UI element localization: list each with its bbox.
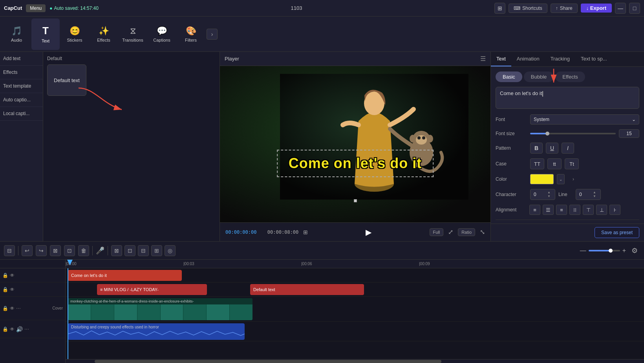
lock-icon-1[interactable]: 🔒	[2, 273, 8, 278]
font-select[interactable]: System ⌄	[530, 114, 639, 125]
bold-button[interactable]: B	[530, 143, 543, 154]
align-center-button[interactable]: ☰	[543, 205, 554, 215]
toolbar-more-button[interactable]: ›	[207, 29, 218, 40]
font-size-slider-thumb[interactable]	[545, 132, 549, 136]
split-right-btn[interactable]: ⊡	[64, 245, 75, 256]
case-title-button[interactable]: Tt	[565, 158, 579, 169]
lock-icon-3[interactable]: 🔒	[2, 306, 8, 311]
align-left-button[interactable]: ≡	[529, 205, 540, 215]
timeline-action-3[interactable]: ⊟	[138, 245, 149, 256]
color-swatch[interactable]	[530, 174, 554, 184]
align-right-button[interactable]: ≡	[556, 205, 567, 215]
expand-icon[interactable]: ⤡	[480, 228, 485, 236]
eye-icon-4[interactable]: 👁	[10, 326, 15, 332]
toolbar-audio[interactable]: 🎵 Audio	[2, 18, 31, 50]
style-tab-basic[interactable]: Basic	[496, 72, 522, 82]
share-button[interactable]: ↑ Share	[551, 4, 578, 13]
toolbar-stickers[interactable]: 😊 Stickers	[60, 18, 89, 50]
tab-text-to-speech[interactable]: Text to sp...	[575, 52, 612, 66]
sidebar-item-effects[interactable]: Effects	[0, 66, 43, 79]
line-input[interactable]: 0 ▲ ▼	[576, 189, 601, 200]
shortcuts-button[interactable]: ⌨ Shortcuts	[509, 4, 547, 13]
font-size-slider[interactable]	[530, 133, 616, 134]
play-button[interactable]: ▶	[362, 225, 376, 239]
timeline-action-1[interactable]: ⊠	[111, 245, 122, 256]
case-lower-button[interactable]: tt	[547, 158, 562, 169]
italic-button[interactable]: I	[562, 143, 574, 154]
zoom-out-btn[interactable]: —	[580, 247, 586, 254]
line-decrement[interactable]: ▼	[592, 194, 597, 198]
timeline-action-4[interactable]: ⊞	[151, 245, 162, 256]
character-stepper[interactable]: ▲ ▼	[546, 191, 552, 198]
timeline-action-2[interactable]: ⊡	[124, 245, 135, 256]
character-input[interactable]: 0 ▲ ▼	[530, 189, 555, 200]
toolbar-captions[interactable]: 💬 Captions	[148, 18, 176, 50]
case-tt-button[interactable]: TT	[530, 158, 544, 169]
color-right-arrow[interactable]: ›	[568, 174, 579, 184]
delete-btn[interactable]: 🗑	[78, 245, 89, 256]
track-more-4[interactable]: ⋯	[24, 326, 29, 332]
underline-button[interactable]: U	[546, 143, 558, 154]
character-increment[interactable]: ▲	[546, 191, 552, 194]
zoom-slider-thumb[interactable]	[609, 249, 613, 253]
tab-tracking[interactable]: Tracking	[545, 52, 575, 66]
video-clip[interactable]: monkey-clutching-at-the-hem-of-a-womans-…	[68, 298, 252, 320]
timeline-action-5[interactable]: ◎	[165, 245, 176, 256]
ratio-button[interactable]: Ratio	[458, 228, 475, 236]
minimize-button[interactable]: —	[615, 3, 626, 14]
fullscreen-icon[interactable]: ⤢	[448, 228, 453, 236]
audio-volume-icon[interactable]: 🔊	[16, 326, 23, 332]
sidebar-item-auto-caption[interactable]: Auto captio...	[0, 93, 43, 107]
eye-icon-1[interactable]: 👁	[10, 273, 15, 278]
sidebar-item-local-caption[interactable]: Local capti...	[0, 107, 43, 121]
timeline-scrollbar[interactable]	[66, 359, 644, 363]
save-preset-button[interactable]: Save as preset	[595, 227, 639, 238]
line-increment[interactable]: ▲	[592, 191, 597, 194]
maximize-button[interactable]: □	[629, 3, 640, 14]
toolbar-transitions[interactable]: ⧖ Transitions	[119, 18, 147, 50]
clip-default-text[interactable]: Default text	[250, 284, 364, 295]
handle-br[interactable]	[354, 199, 357, 202]
toolbar-effects[interactable]: ✨ Effects	[90, 18, 118, 50]
line-stepper[interactable]: ▲ ▼	[592, 191, 597, 198]
zoom-in-btn[interactable]: +	[622, 247, 626, 254]
align-middle-button[interactable]: ⊥	[596, 205, 607, 215]
audio-clip[interactable]: Disturbing and creepy sound effects used…	[68, 323, 245, 340]
font-size-value[interactable]: 15	[619, 129, 639, 138]
clip-text-1[interactable]: Come on let's do it	[68, 270, 182, 281]
split-clip-btn[interactable]: ⊠	[50, 245, 61, 256]
grid-icon[interactable]: ⊞	[303, 229, 308, 235]
menu-button[interactable]: Menu	[26, 4, 46, 12]
grid-view-button[interactable]: ⊞	[494, 3, 505, 14]
zoom-slider[interactable]	[589, 250, 620, 251]
clip-subtitle-1[interactable]: ≡ MINI VLOG / -LAZY TODAY-	[97, 284, 207, 295]
toolbar-filters[interactable]: 🎨 Filters	[177, 18, 205, 50]
export-button[interactable]: ↓ Export	[581, 4, 612, 13]
full-button[interactable]: Full	[430, 228, 444, 236]
align-distributed-button[interactable]: ⁞⁞	[569, 205, 580, 215]
eye-icon-3[interactable]: 👁	[10, 306, 15, 311]
player-text-overlay[interactable]: Come on let's do it	[277, 150, 434, 177]
align-top-button[interactable]: ⊤	[583, 205, 594, 215]
character-decrement[interactable]: ▼	[546, 194, 552, 198]
timeline-settings-btn[interactable]: ⚙	[629, 245, 640, 256]
toolbar-text[interactable]: T Text	[31, 18, 60, 50]
sidebar-item-text-template[interactable]: Text template	[0, 79, 43, 93]
tab-animation[interactable]: Animation	[511, 52, 545, 66]
align-bottom-button[interactable]: ⊦	[609, 205, 620, 215]
sidebar-item-add-text[interactable]: Add text	[0, 52, 43, 66]
tab-text[interactable]: Text	[491, 52, 511, 66]
split-btn[interactable]: ⊟	[4, 245, 15, 256]
color-dropdown-btn[interactable]: ⌄	[557, 174, 565, 184]
player-menu-icon[interactable]: ☰	[480, 55, 486, 62]
mic-icon[interactable]: 🎤	[96, 246, 104, 255]
scrollbar-thumb[interactable]	[95, 360, 442, 363]
default-text-card[interactable]: Default text	[47, 64, 86, 96]
undo-button[interactable]: ↩	[22, 245, 33, 256]
lock-icon-4[interactable]: 🔒	[2, 326, 8, 332]
track-more-3[interactable]: ⋯	[16, 306, 21, 311]
lock-icon-2[interactable]: 🔒	[2, 287, 8, 292]
eye-icon-2[interactable]: 👁	[10, 287, 15, 292]
redo-button[interactable]: ↪	[36, 245, 47, 256]
text-content-input[interactable]: Come on let's do it	[496, 87, 639, 109]
